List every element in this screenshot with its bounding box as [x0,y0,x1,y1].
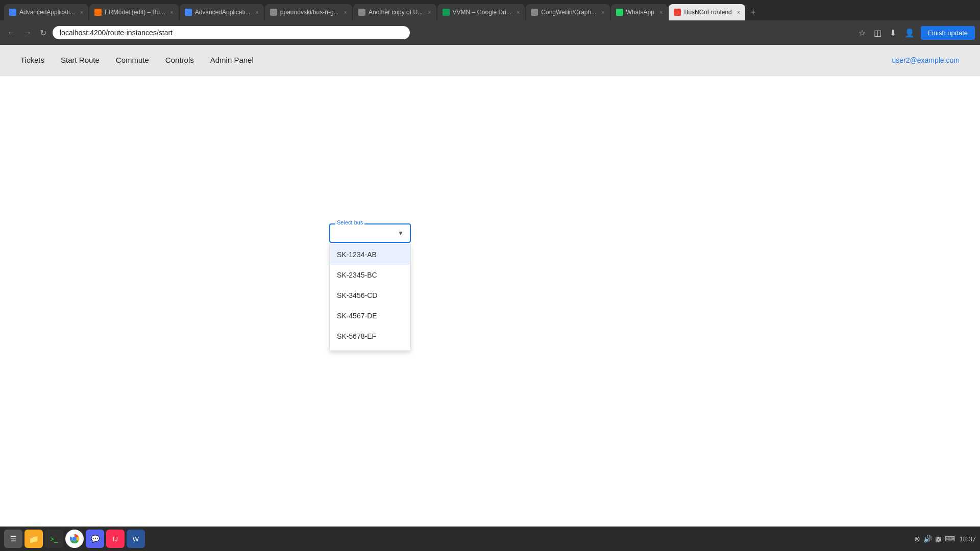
chevron-down-icon: ▼ [398,230,404,237]
word-icon: W [133,535,139,543]
forward-button[interactable]: → [21,26,34,39]
tab-favicon-4 [270,9,277,16]
tab-advancedapplication-1[interactable]: AdvancedApplicati... × [4,4,88,20]
browser-chrome: AdvancedApplicati... × ERModel (edit) – … [0,0,980,45]
nav-commute[interactable]: Commute [116,56,149,64]
taskbar-chrome-button[interactable] [65,530,84,548]
tab-close-1[interactable]: × [80,9,83,15]
nav-controls[interactable]: Controls [165,56,194,64]
navbar: Tickets Start Route Commute Controls Adm… [0,45,980,76]
tab-close-5[interactable]: × [428,9,431,15]
taskbar-discord-button[interactable]: 💬 [86,530,104,548]
tab-favicon-9 [674,9,681,16]
tab-whatsapp[interactable]: WhatsApp × [611,4,668,20]
taskbar-word-button[interactable]: W [127,530,145,548]
tab-favicon-7 [531,9,538,16]
discord-icon: 💬 [91,535,100,543]
files-icon: 📁 [29,534,39,544]
select-bus-dropdown[interactable]: SK-1234-AB SK-2345-BC SK-3456-CD SK-4567… [329,244,411,351]
taskbar-files-button[interactable]: 📁 [24,530,43,548]
tab-busngo[interactable]: BusNGoFrontend × [669,4,745,20]
tab-close-9[interactable]: × [737,9,740,15]
url-display: localhost:4200/route-instances/start [60,29,403,37]
tab-close-4[interactable]: × [344,9,347,15]
start-icon: ☰ [10,535,17,543]
dropdown-item-1[interactable]: SK-2345-BC [330,265,410,285]
taskbar-start-button[interactable]: ☰ [4,530,22,548]
user-email: user2@example.com [892,56,960,64]
system-icons: ⊗ 🔊 ▩ ⌨ [914,535,955,543]
tab-label-9: BusNGoFrontend [684,9,731,16]
nav-start-route[interactable]: Start Route [61,56,100,64]
profile-button[interactable]: 👤 [902,26,917,40]
terminal-icon: >_ [51,535,58,543]
nav-tickets[interactable]: Tickets [20,56,44,64]
idea-icon: IJ [113,535,118,543]
tab-vvmn[interactable]: VVMN – Google Dri... × [437,4,525,20]
back-button[interactable]: ← [5,26,17,39]
nav-links: Tickets Start Route Commute Controls Adm… [20,56,254,64]
tab-favicon-1 [9,9,16,16]
dropdown-item-0[interactable]: SK-1234-AB [330,244,410,265]
tab-favicon-2 [94,9,102,16]
tab-close-7[interactable]: × [601,9,604,15]
tab-favicon-8 [616,9,623,16]
tab-favicon-6 [443,9,450,16]
reload-button[interactable]: ↻ [38,26,48,40]
tab-label-1: AdvancedApplicati... [19,9,75,16]
keyboard-icon: ⌨ [945,535,955,543]
taskbar-time: 18:37 [959,535,976,543]
dropdown-item-2[interactable]: SK-3456-CD [330,285,410,306]
tab-label-7: CongWeilin/Graph... [541,9,596,16]
select-bus-container: Select bus ▼ SK-1234-AB SK-2345-BC SK-34… [329,223,411,351]
select-bus-label: Select bus [335,219,364,226]
taskbar: ☰ 📁 >_ 💬 IJ W ⊗ 🔊 ▩ ⌨ 18:37 [0,527,980,551]
svg-point-1 [72,537,77,541]
nav-admin-panel[interactable]: Admin Panel [210,56,254,64]
address-bar[interactable]: localhost:4200/route-instances/start [53,26,410,39]
taskbar-idea-button[interactable]: IJ [106,530,125,548]
tab-close-3[interactable]: × [255,9,258,15]
tab-another-copy[interactable]: Another copy of U... × [353,4,436,20]
tab-label-8: WhatsApp [626,9,654,16]
main-content: Select bus ▼ SK-1234-AB SK-2345-BC SK-34… [0,76,980,551]
bookmark-button[interactable]: ☆ [856,26,868,40]
tab-close-2[interactable]: × [170,9,173,15]
browser-toolbar-right: ☆ ◫ ⬇ 👤 Finish update [856,26,975,40]
dropdown-item-5[interactable]: SK-6789-FG [330,346,410,351]
extensions-button[interactable]: ◫ [872,26,884,40]
tab-label-4: ppaunovski/bus-n-g... [280,9,339,16]
address-bar-row: ← → ↻ localhost:4200/route-instances/sta… [0,20,980,45]
new-tab-button[interactable]: + [746,7,760,18]
tab-close-6[interactable]: × [517,9,520,15]
download-button[interactable]: ⬇ [888,26,898,40]
tab-advancedapplication-2[interactable]: AdvancedApplicati... × [180,4,264,20]
tab-favicon-5 [358,9,365,16]
tab-congweilin[interactable]: CongWeilin/Graph... × [526,4,609,20]
tab-label-2: ERModel (edit) – Bu... [105,9,165,16]
tab-favicon-3 [185,9,192,16]
tab-bar: AdvancedApplicati... × ERModel (edit) – … [0,0,980,20]
tab-ermodel[interactable]: ERModel (edit) – Bu... × [89,4,179,20]
tab-ppaunovski[interactable]: ppaunovski/bus-n-g... × [265,4,352,20]
chrome-icon [69,534,80,544]
finish-update-button[interactable]: Finish update [921,26,975,40]
select-bus-box[interactable]: Select bus ▼ [329,223,411,243]
dropdown-item-4[interactable]: SK-5678-EF [330,326,410,346]
taskbar-right: ⊗ 🔊 ▩ ⌨ 18:37 [914,535,976,543]
volume-icon: 🔊 [923,535,932,543]
dropdown-item-3[interactable]: SK-4567-DE [330,306,410,326]
app-container: Tickets Start Route Commute Controls Adm… [0,45,980,551]
tab-label-3: AdvancedApplicati... [195,9,251,16]
tab-label-6: VVMN – Google Dri... [453,9,511,16]
battery-icon: ▩ [935,535,942,543]
tab-label-5: Another copy of U... [369,9,423,16]
taskbar-terminal-button[interactable]: >_ [45,530,63,548]
network-icon: ⊗ [914,535,920,543]
tab-close-8[interactable]: × [659,9,663,15]
